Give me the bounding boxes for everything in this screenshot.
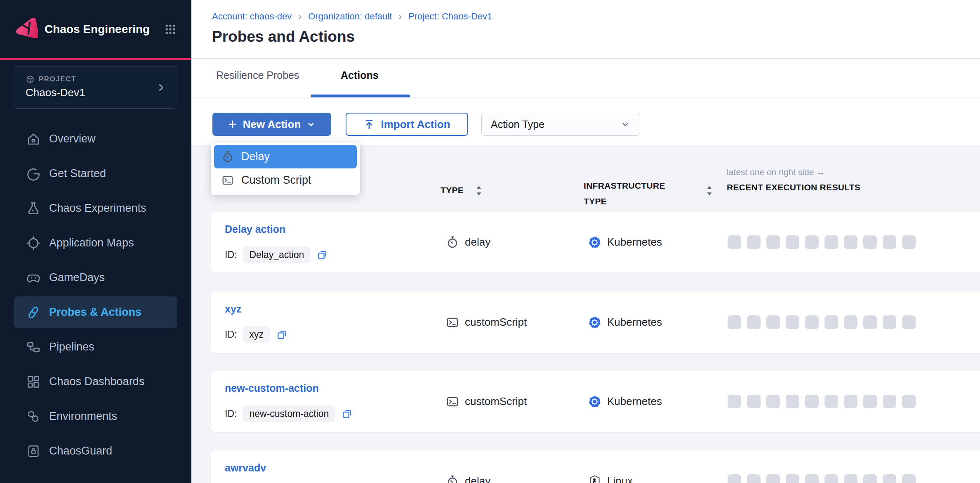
page-title: Probes and Actions bbox=[212, 28, 355, 45]
sidebar-header: Chaos Engineering bbox=[0, 0, 191, 58]
id-label: ID: bbox=[225, 408, 237, 419]
action-name-link[interactable]: xyz bbox=[225, 303, 241, 315]
import-action-button[interactable]: Import Action bbox=[346, 113, 468, 136]
menu-item-custom-script[interactable]: Custom Script bbox=[214, 168, 357, 192]
menu-item-delay[interactable]: Delay bbox=[214, 145, 357, 168]
infrastructure-cell: Linux bbox=[588, 450, 633, 483]
action-name-link[interactable]: awrvadv bbox=[225, 462, 266, 474]
progress-circle-icon bbox=[26, 166, 41, 181]
table-row[interactable]: xyz ID: xyz customScript Kubernetes bbox=[211, 291, 980, 353]
breadcrumb-separator: › bbox=[398, 11, 402, 22]
toolbar: New Action Import Action Action Type bbox=[191, 97, 980, 145]
action-id-chip: new-custom-action bbox=[243, 405, 335, 422]
chaos-engineering-logo bbox=[15, 18, 38, 41]
pipeline-icon bbox=[26, 340, 41, 355]
sort-icon[interactable] bbox=[704, 185, 715, 197]
sidebar-item-gamedays[interactable]: GameDays bbox=[14, 262, 177, 294]
product-title: Chaos Engineering bbox=[45, 23, 164, 36]
kubernetes-icon bbox=[588, 395, 601, 408]
stopwatch-icon bbox=[446, 236, 459, 249]
app-switcher-grid-icon[interactable] bbox=[164, 23, 177, 36]
sidebar: Chaos Engineering PROJECT Chaos-Dev1 bbox=[0, 0, 191, 483]
accent-divider bbox=[0, 58, 191, 60]
kubernetes-icon bbox=[588, 316, 601, 329]
results-hint: latest one on right side → bbox=[727, 166, 860, 178]
terminal-icon bbox=[221, 174, 234, 187]
kubernetes-icon bbox=[588, 236, 601, 249]
sidebar-item-chaos-dashboards[interactable]: Chaos Dashboards bbox=[14, 366, 177, 398]
sidebar-item-get-started[interactable]: Get Started bbox=[14, 158, 177, 189]
infrastructure-cell: Kubernetes bbox=[588, 371, 662, 432]
sidebar-item-pipelines[interactable]: Pipelines bbox=[14, 331, 177, 363]
sidebar-item-probes-and-actions[interactable]: Probes & Actions bbox=[14, 296, 177, 328]
recent-execution-results bbox=[728, 450, 916, 483]
copy-icon[interactable] bbox=[316, 249, 328, 261]
home-icon bbox=[26, 132, 41, 147]
project-label: PROJECT bbox=[39, 75, 76, 83]
terminal-icon bbox=[446, 395, 459, 408]
app-window: Chaos Engineering PROJECT Chaos-Dev1 bbox=[0, 0, 980, 483]
copy-icon[interactable] bbox=[341, 408, 353, 420]
type-cell: delay bbox=[446, 212, 490, 272]
sort-icon[interactable] bbox=[474, 185, 484, 197]
recent-execution-results bbox=[728, 371, 916, 432]
actions-table: TYPE INFRASTRUCTURE TYPE latest one on r… bbox=[191, 145, 980, 483]
breadcrumb-project[interactable]: Project: Chaos-Dev1 bbox=[408, 11, 492, 22]
sidebar-item-chaos-experiments[interactable]: Chaos Experiments bbox=[14, 192, 177, 224]
chevron-right-icon bbox=[155, 82, 166, 93]
target-icon bbox=[26, 236, 41, 251]
upload-icon bbox=[363, 118, 375, 130]
table-row[interactable]: awrvadv delay Linux bbox=[211, 450, 980, 483]
sidebar-item-environments[interactable]: Environments bbox=[14, 400, 177, 432]
tab-actions[interactable]: Actions bbox=[341, 69, 379, 81]
type-cell: customScript bbox=[446, 291, 527, 353]
linux-icon bbox=[588, 475, 601, 483]
column-header-infrastructure-type: INFRASTRUCTURE TYPE bbox=[584, 178, 665, 209]
lock-icon bbox=[26, 444, 41, 459]
active-tab-indicator bbox=[311, 95, 410, 97]
chevron-down-icon bbox=[306, 119, 316, 130]
sidebar-item-application-maps[interactable]: Application Maps bbox=[14, 227, 177, 259]
column-header-type: TYPE bbox=[441, 182, 464, 198]
sidebar-item-overview[interactable]: Overview bbox=[14, 123, 177, 155]
breadcrumb-separator: › bbox=[298, 11, 302, 22]
recent-execution-results bbox=[728, 291, 916, 353]
breadcrumb-organization[interactable]: Organization: default bbox=[308, 11, 392, 22]
hexagons-icon bbox=[26, 409, 41, 424]
column-header-results: latest one on right side → RECENT EXECUT… bbox=[727, 166, 860, 192]
action-id-chip: xyz bbox=[243, 326, 270, 343]
terminal-icon bbox=[446, 316, 459, 329]
gamepad-icon bbox=[26, 270, 41, 285]
chevron-down-icon bbox=[620, 119, 631, 130]
stopwatch-icon bbox=[221, 151, 234, 163]
execution-placeholder bbox=[728, 235, 741, 249]
project-selector[interactable]: PROJECT Chaos-Dev1 bbox=[14, 66, 177, 109]
table-row[interactable]: Delay action ID: Delay_action delay Kube… bbox=[211, 212, 980, 272]
tab-resilience-probes[interactable]: Resilience Probes bbox=[216, 69, 299, 81]
id-label: ID: bbox=[225, 249, 237, 260]
recent-execution-results bbox=[728, 212, 916, 272]
breadcrumb: Account: chaos-dev › Organization: defau… bbox=[212, 11, 492, 22]
cube-icon bbox=[26, 75, 35, 84]
infrastructure-cell: Kubernetes bbox=[588, 291, 662, 353]
dashboard-icon bbox=[26, 374, 41, 389]
type-cell: customScript bbox=[446, 371, 527, 432]
action-id-chip: Delay_action bbox=[243, 246, 311, 263]
new-action-dropdown-menu: Delay Custom Script bbox=[211, 142, 360, 195]
test-tube-icon bbox=[26, 305, 41, 320]
sidebar-item-chaosguard[interactable]: ChaosGuard bbox=[14, 435, 177, 467]
action-name-link[interactable]: new-custom-action bbox=[225, 382, 319, 394]
breadcrumb-account[interactable]: Account: chaos-dev bbox=[212, 11, 292, 22]
copy-icon[interactable] bbox=[276, 329, 287, 341]
table-row[interactable]: new-custom-action ID: new-custom-action … bbox=[211, 371, 980, 432]
infrastructure-cell: Kubernetes bbox=[588, 212, 662, 272]
action-name-link[interactable]: Delay action bbox=[225, 223, 285, 235]
stopwatch-icon bbox=[446, 475, 459, 483]
flask-icon bbox=[26, 201, 41, 216]
action-type-select[interactable]: Action Type bbox=[481, 113, 640, 136]
tab-bar: Resilience Probes Actions bbox=[191, 59, 980, 97]
new-action-button[interactable]: New Action bbox=[212, 113, 331, 136]
sidebar-nav: Overview Get Started Chaos Experiments A… bbox=[0, 123, 191, 470]
id-label: ID: bbox=[225, 329, 237, 340]
type-cell: delay bbox=[446, 450, 490, 483]
